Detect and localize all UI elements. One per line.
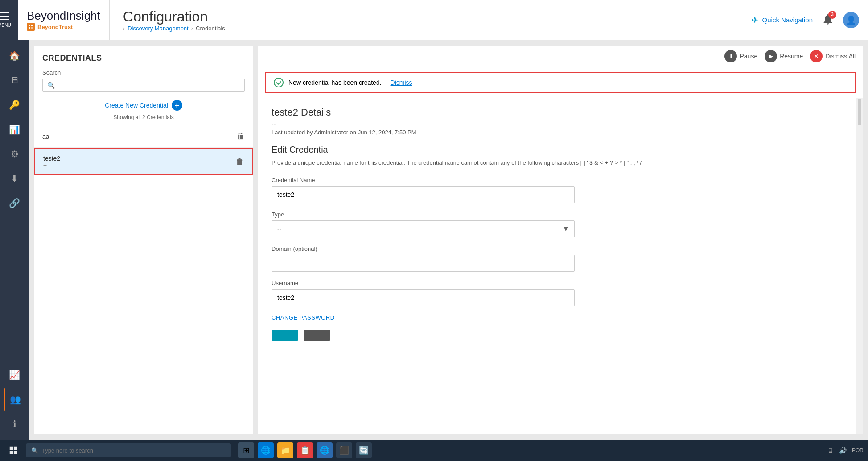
edit-credential-title: Edit Credential <box>272 145 843 155</box>
search-icon: 🔍 <box>47 82 55 89</box>
credential-info: aa <box>42 133 49 140</box>
resume-label: Resume <box>780 53 803 60</box>
taskbar-app-spinner[interactable]: 🔄 <box>356 442 372 458</box>
taskbar-app-folder[interactable]: 📁 <box>277 442 293 458</box>
quick-nav-label: Quick Navigation <box>762 16 813 24</box>
domain-input[interactable] <box>272 255 575 272</box>
resume-icon: ▶ <box>765 50 777 62</box>
credential-name: aa <box>42 133 49 140</box>
username-field-group: Username <box>272 280 843 306</box>
detail-subtitle: -- <box>272 120 843 127</box>
sidebar-item-info[interactable]: ℹ <box>4 413 26 435</box>
sidebar-item-settings[interactable]: ⚙ <box>4 143 26 165</box>
domain-field-group: Domain (optional) <box>272 245 843 272</box>
last-updated: Last updated by Administrator on Jun 12,… <box>272 129 843 136</box>
dismiss-all-button[interactable]: ✕ Dismiss All <box>810 50 856 62</box>
create-new-plus-icon: + <box>172 100 182 111</box>
sidebar-item-download[interactable]: ⬇ <box>4 167 26 190</box>
taskbar-app-red[interactable]: 📋 <box>297 442 313 458</box>
credential-name-label: Credential Name <box>272 177 843 183</box>
action-bar: ⏸ Pause ▶ Resume ✕ Dismiss All <box>258 46 863 67</box>
logo-icon <box>27 23 35 31</box>
credentials-panel: CREDENTIALS Search 🔍 Create New Credenti… <box>34 46 253 434</box>
taskbar-search-input[interactable] <box>42 447 226 454</box>
taskbar-app-task-view[interactable]: ⊞ <box>238 442 254 458</box>
credential-name-selected: teste2 <box>43 155 60 162</box>
sidebar-item-chart[interactable]: 📈 <box>4 364 26 386</box>
credential-name-input[interactable] <box>272 186 575 203</box>
svg-point-4 <box>274 78 283 87</box>
credential-info-selected: teste2 -- <box>43 155 60 168</box>
page-title: Configuration <box>123 8 225 25</box>
breadcrumb-link[interactable]: Discovery Management <box>128 25 189 32</box>
sidebar-item-link[interactable]: 🔗 <box>4 192 26 214</box>
header-title-block: Configuration › Discovery Management › C… <box>110 0 239 40</box>
create-new-label: Create New Credential <box>105 102 168 109</box>
detail-panel: ⏸ Pause ▶ Resume ✕ Dismiss All New crede… <box>258 46 863 434</box>
quick-nav-icon: ✈ <box>751 15 759 25</box>
taskbar-search-box: 🔍 <box>26 443 231 457</box>
search-input[interactable] <box>58 82 240 89</box>
notification-button[interactable]: 3 <box>822 13 834 27</box>
taskbar-start-button[interactable] <box>4 441 22 459</box>
resume-button[interactable]: ▶ Resume <box>765 50 803 62</box>
por-label: POR <box>852 447 864 453</box>
list-item[interactable]: teste2 -- 🗑 <box>34 148 253 175</box>
sidebar-item-monitor[interactable]: 🖥 <box>4 69 26 91</box>
taskbar-apps: ⊞ 🌐 📁 📋 🌐 ⬛ 🔄 <box>238 442 372 458</box>
svg-rect-3 <box>31 27 33 29</box>
save-button[interactable] <box>272 330 298 341</box>
scroll-thumb[interactable] <box>858 99 861 125</box>
svg-rect-1 <box>31 25 33 26</box>
pause-button[interactable]: ⏸ Pause <box>724 50 757 62</box>
logo-area: BeyondInsight BeyondTrust <box>27 9 100 31</box>
change-password-link[interactable]: CHANGE PASSWORD <box>272 314 843 321</box>
taskbar-monitor-icon: 🖥 <box>827 447 834 454</box>
type-label: Type <box>272 211 843 218</box>
taskbar-app-blue[interactable]: 🌐 <box>317 442 333 458</box>
username-input[interactable] <box>272 289 575 306</box>
pause-icon: ⏸ <box>724 50 737 62</box>
search-label: Search <box>42 69 245 76</box>
domain-label: Domain (optional) <box>272 245 843 252</box>
credential-sub-selected: -- <box>43 162 60 168</box>
detail-content: teste2 Details -- Last updated by Admini… <box>258 98 856 434</box>
taskbar-volume-icon: 🔊 <box>839 447 847 454</box>
taskbar-app-terminal[interactable]: ⬛ <box>336 442 352 458</box>
menu-button[interactable]: MENU <box>0 0 18 40</box>
sidebar-item-home[interactable]: 🏠 <box>4 45 26 67</box>
showing-label: Showing all 2 Credentials <box>34 114 253 125</box>
toast-dismiss-link[interactable]: Dismiss <box>391 79 412 86</box>
svg-rect-2 <box>29 27 30 29</box>
success-toast: New credential has been created. Dismiss <box>265 72 856 93</box>
logo-subtitle: BeyondTrust <box>37 24 73 30</box>
taskbar-app-edge[interactable]: 🌐 <box>258 442 274 458</box>
header-actions: ✈ Quick Navigation 3 👤 <box>751 0 868 40</box>
sidebar-item-credentials[interactable]: 🔑 <box>4 94 26 116</box>
detail-title: teste2 Details <box>272 107 843 118</box>
credential-name-field-group: Credential Name <box>272 177 843 203</box>
scroll-track <box>856 98 863 434</box>
delete-credential-icon[interactable]: 🗑 <box>237 132 245 141</box>
menu-label: MENU <box>0 23 11 28</box>
list-item[interactable]: aa 🗑 <box>34 125 253 148</box>
svg-rect-0 <box>29 25 30 26</box>
breadcrumb-current: Credentials <box>196 25 225 32</box>
detail-content-wrapper: teste2 Details -- Last updated by Admini… <box>258 98 863 434</box>
notification-badge: 3 <box>828 11 836 19</box>
dismiss-all-icon: ✕ <box>810 50 823 62</box>
quick-nav-button[interactable]: ✈ Quick Navigation <box>751 15 813 25</box>
left-sidebar: 🏠 🖥 🔑 📊 ⚙ ⬇ 🔗 📈 👥 ℹ <box>0 40 29 440</box>
create-new-credential-button[interactable]: Create New Credential + <box>34 96 253 114</box>
success-icon <box>273 77 284 88</box>
cancel-button[interactable] <box>304 330 330 341</box>
avatar[interactable]: 👤 <box>843 12 859 28</box>
btn-row <box>272 330 843 341</box>
taskbar-system: 🖥 🔊 POR <box>827 447 864 454</box>
delete-credential-selected-icon[interactable]: 🗑 <box>236 157 244 166</box>
username-label: Username <box>272 280 843 287</box>
sidebar-item-users[interactable]: 👥 <box>4 388 26 411</box>
type-select[interactable]: -- <box>272 220 575 237</box>
sidebar-item-analytics[interactable]: 📊 <box>4 118 26 141</box>
credentials-title: CREDENTIALS <box>42 54 245 63</box>
